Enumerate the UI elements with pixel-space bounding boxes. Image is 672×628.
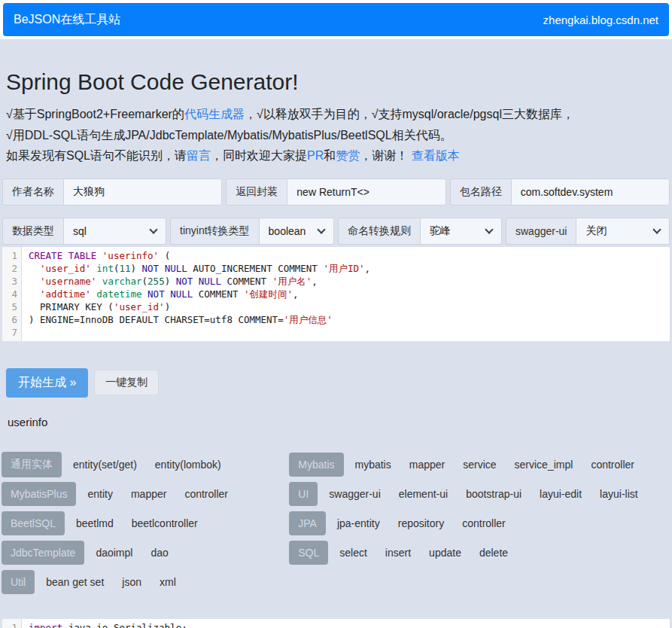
category-button[interactable]: 通用实体 xyxy=(2,452,62,477)
description-text: √基于SpringBoot2+Freemarker的 xyxy=(6,108,184,120)
template-button[interactable]: entity xyxy=(81,483,119,505)
code-area[interactable]: import java.io.Serializable;import lombo… xyxy=(22,619,670,628)
template-button[interactable]: mapper xyxy=(124,483,173,505)
naming-rule-label: 命名转换规则 xyxy=(338,218,420,245)
template-button[interactable]: json xyxy=(115,571,148,593)
code-area[interactable]: CREATE TABLE 'userinfo' ( 'user_id' int(… xyxy=(22,247,670,341)
site-brand-link[interactable]: BeJSON在线工具站 xyxy=(14,12,120,28)
author-name-value: 大狼狗 xyxy=(73,185,105,199)
swagger-ui-value: 关闭 xyxy=(585,224,607,238)
template-button[interactable]: repository xyxy=(391,512,451,535)
category-button[interactable]: BeetlSQL xyxy=(2,511,65,535)
sql-editor[interactable]: 1234567CREATE TABLE 'userinfo' ( 'user_i… xyxy=(2,247,670,341)
inline-link[interactable]: 赞赏 xyxy=(336,149,360,162)
tinyint-convert-type-label: tinyint转换类型 xyxy=(170,218,259,245)
code-line xyxy=(29,326,663,339)
template-button[interactable]: mapper xyxy=(403,453,452,476)
author-name-input[interactable]: 大狼狗 xyxy=(63,178,222,206)
template-group-row: MybatisPlusentitymappercontroller xyxy=(2,482,289,507)
template-group-row: BeetlSQLbeetlmdbeetlcontroller xyxy=(2,511,289,536)
description-text: ，√以释放双手为目的，√支持mysql/oracle/pgsql三大数据库， xyxy=(245,108,574,120)
inline-link[interactable]: 查看版本 xyxy=(412,149,460,162)
template-button[interactable]: entity(set/get) xyxy=(66,453,144,476)
template-button[interactable]: delete xyxy=(473,541,515,564)
line-numbers: 12 xyxy=(2,619,22,628)
template-button[interactable]: layui-edit xyxy=(533,483,588,505)
template-button[interactable]: layui-list xyxy=(593,483,645,505)
copy-button[interactable]: 一键复制 xyxy=(94,370,159,395)
template-button[interactable]: dao xyxy=(144,541,175,564)
template-group-row: SQLselectinsertupdatedelete xyxy=(289,541,670,566)
template-button[interactable]: beetlmd xyxy=(69,512,120,535)
table-name-text: userinfo xyxy=(8,416,664,428)
tinyint-convert-type-value: boolean xyxy=(269,225,306,237)
swagger-ui-select[interactable]: 关闭 xyxy=(576,218,670,245)
template-button[interactable]: bean get set xyxy=(39,571,111,593)
author-name-group: 作者名称大狼狗 xyxy=(2,178,222,206)
package-path-label: 包名路径 xyxy=(450,178,511,206)
description-text: 和 xyxy=(324,149,336,162)
action-bar: 开始生成 » 一键复制 xyxy=(6,368,666,398)
template-button[interactable]: swagger-ui xyxy=(322,483,387,505)
generated-code-editor[interactable]: 12import java.io.Serializable;import lom… xyxy=(2,619,670,628)
template-group-row: UIswagger-uielement-uibootstrap-uilayui-… xyxy=(289,482,670,507)
tinyint-convert-type-select[interactable]: boolean xyxy=(259,218,334,245)
template-button[interactable]: element-ui xyxy=(392,483,455,505)
code-line: ) ENGINE=InnoDB DEFAULT CHARSET=utf8 COM… xyxy=(29,313,663,326)
template-button[interactable]: bootstrap-ui xyxy=(459,483,528,505)
template-group-row: JdbcTemplatedaoimpldao xyxy=(2,541,289,566)
author-name-label: 作者名称 xyxy=(2,178,63,206)
inline-link[interactable]: 代码生成器 xyxy=(184,108,245,120)
category-button[interactable]: Util xyxy=(2,570,35,594)
template-button[interactable]: controller xyxy=(584,453,641,476)
package-path-input[interactable]: com.softdev.system xyxy=(511,178,670,206)
package-path-group: 包名路径com.softdev.system xyxy=(450,178,670,206)
generate-button[interactable]: 开始生成 » xyxy=(6,368,88,398)
category-button[interactable]: UI xyxy=(289,482,318,506)
template-button[interactable]: mybatis xyxy=(348,453,398,476)
package-path-value: com.softdev.system xyxy=(521,186,613,198)
template-button[interactable]: controller xyxy=(455,512,512,535)
template-button[interactable]: update xyxy=(422,541,468,564)
line-numbers: 1234567 xyxy=(2,247,22,341)
naming-rule-select[interactable]: 驼峰 xyxy=(420,218,502,245)
template-button[interactable]: daoimpl xyxy=(89,541,139,564)
description-line: √用DDL-SQL语句生成JPA/JdbcTemplate/Mybatis/My… xyxy=(6,125,666,146)
code-line: CREATE TABLE 'userinfo' ( xyxy=(29,249,663,262)
template-button[interactable]: insert xyxy=(379,541,418,564)
template-button[interactable]: controller xyxy=(178,483,235,505)
swagger-ui-group: swagger-ui关闭 xyxy=(506,218,670,245)
template-group-row: 通用实体entity(set/get)entity(lombok) xyxy=(2,453,289,477)
template-button[interactable]: xml xyxy=(153,571,183,593)
code-line: 'addtime' datetime NOT NULL COMMENT '创建时… xyxy=(29,288,663,300)
inline-link[interactable]: PR xyxy=(307,149,324,162)
category-button[interactable]: SQL xyxy=(289,541,328,565)
category-button[interactable]: Mybatis xyxy=(289,453,343,477)
description: √基于SpringBoot2+Freemarker的代码生成器，√以释放双手为目… xyxy=(0,104,672,166)
category-button[interactable]: JPA xyxy=(289,511,326,535)
return-wrapper-group: 返回封装new ReturnT<> xyxy=(226,178,445,206)
template-button[interactable]: select xyxy=(333,541,374,564)
page-body: Spring Boot Code Generator! √基于SpringBoo… xyxy=(0,39,672,628)
return-wrapper-input[interactable]: new ReturnT<> xyxy=(287,178,445,206)
naming-rule-value: 驼峰 xyxy=(430,224,451,238)
data-type-select[interactable]: sql xyxy=(63,218,166,245)
template-button[interactable]: service_impl xyxy=(508,453,580,476)
category-button[interactable]: JdbcTemplate xyxy=(2,541,84,565)
code-line: import java.io.Serializable; xyxy=(29,621,663,628)
template-button[interactable]: entity(lombok) xyxy=(148,453,228,476)
code-line: 'user_id' int(11) NOT NULL AUTO_INCREMEN… xyxy=(29,262,663,275)
description-line: 如果发现有SQL语句不能识别，请留言，同时欢迎大家提PR和赞赏，谢谢！ 查看版本 xyxy=(6,145,666,166)
data-type-group: 数据类型sql xyxy=(2,218,166,245)
template-button[interactable]: jpa-entity xyxy=(330,512,387,535)
return-wrapper-label: 返回封装 xyxy=(226,178,287,206)
template-button[interactable]: service xyxy=(456,453,503,476)
code-line: PRIMARY KEY ('user_id') xyxy=(29,300,663,313)
inline-link[interactable]: 留言 xyxy=(187,149,211,162)
template-button[interactable]: beetlcontroller xyxy=(125,512,205,535)
category-button[interactable]: MybatisPlus xyxy=(2,482,76,506)
blog-domain-link[interactable]: zhengkai.blog.csdn.net xyxy=(543,14,658,26)
description-text: 如果发现有SQL语句不能识别，请 xyxy=(6,149,187,162)
description-line: √基于SpringBoot2+Freemarker的代码生成器，√以释放双手为目… xyxy=(6,104,666,125)
page-title: Spring Boot Code Generator! xyxy=(0,69,672,95)
